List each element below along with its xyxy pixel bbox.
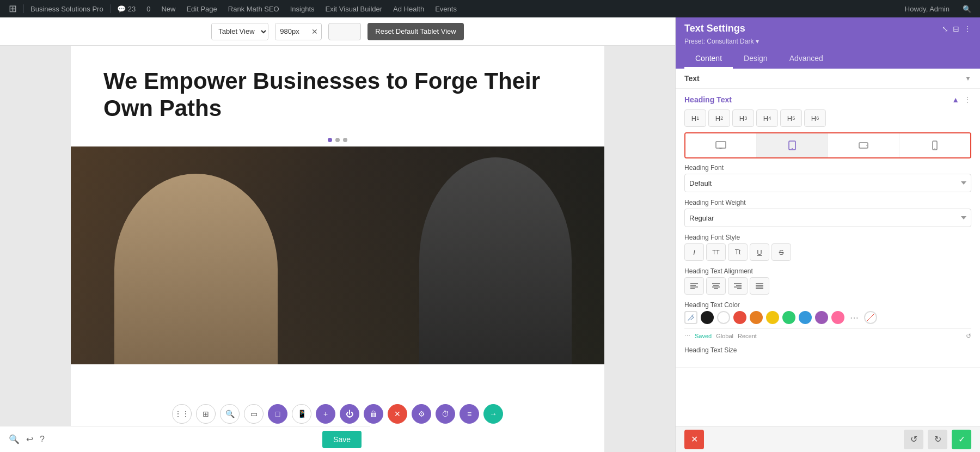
tab-advanced[interactable]: Advanced	[779, 50, 834, 69]
wordpress-logo[interactable]: ⊞	[4, 0, 21, 17]
tablet-icon[interactable]: □	[268, 404, 287, 424]
tab-content[interactable]: Content	[684, 50, 733, 69]
color-picker-icon[interactable]	[684, 311, 697, 324]
h2-button[interactable]: H2	[708, 109, 730, 127]
notifications[interactable]: 0	[142, 0, 155, 17]
save-button[interactable]: Save	[322, 431, 362, 448]
timer-icon[interactable]: ⏱	[436, 404, 455, 424]
power-icon[interactable]: ⏻	[340, 404, 359, 424]
panel-preset[interactable]: Preset: Consultant Dark ▾	[684, 38, 971, 45]
howdy-admin[interactable]: Howdy, Admin	[901, 5, 954, 13]
align-left-button[interactable]	[684, 277, 704, 295]
h5-button[interactable]: H5	[780, 109, 802, 127]
h1-button[interactable]: H1	[684, 109, 706, 127]
panel-title: Text Settings	[684, 23, 745, 34]
search-action-icon[interactable]: 🔍	[9, 434, 20, 444]
ad-health-button[interactable]: Ad Health	[389, 0, 428, 17]
panel-undo-button[interactable]: ↺	[904, 430, 923, 449]
panel-tabs: Content Design Advanced	[684, 50, 971, 69]
color-orange[interactable]	[750, 311, 763, 324]
new-button[interactable]: New	[157, 0, 180, 17]
more-colors-icon[interactable]: ⋯	[848, 311, 861, 324]
color-pink[interactable]	[831, 311, 844, 324]
align-center-button[interactable]	[706, 277, 726, 295]
px-input[interactable]	[275, 23, 308, 40]
h4-button[interactable]: H4	[756, 109, 778, 127]
desktop-device-btn[interactable]	[685, 133, 757, 157]
rank-math-seo[interactable]: Rank Math SEO	[224, 0, 284, 17]
mobile-icon[interactable]: 📱	[292, 404, 311, 424]
section-more-icon[interactable]: ⋮	[964, 95, 971, 104]
italic-button[interactable]: I	[684, 243, 704, 261]
reset-view-button[interactable]: Reset Default Tablet View	[367, 23, 463, 40]
panel-close-button[interactable]: ✕	[684, 430, 704, 449]
align-justify-button[interactable]	[750, 277, 769, 295]
add-element-icon[interactable]: +	[316, 404, 335, 424]
tab-design[interactable]: Design	[733, 50, 779, 69]
strikethrough-button[interactable]: S	[771, 243, 791, 261]
font-style-buttons: I TT Tt U S	[684, 243, 971, 261]
desktop-icon[interactable]: ▭	[244, 404, 264, 424]
grid-icon[interactable]: ⊞	[196, 404, 216, 424]
search-icon[interactable]: 🔍	[220, 404, 240, 424]
color-black[interactable]	[701, 311, 714, 324]
align-right-button[interactable]	[728, 277, 748, 295]
panel-more-icon[interactable]: ⋮	[964, 25, 971, 33]
edit-page-button[interactable]: Edit Page	[182, 0, 221, 17]
events-button[interactable]: Events	[431, 0, 461, 17]
text-section-collapse[interactable]: ▼	[965, 75, 971, 82]
color-white[interactable]	[717, 311, 730, 324]
view-select[interactable]: Tablet View	[212, 23, 268, 40]
sync-icon[interactable]: ↩	[26, 434, 33, 444]
h6-button[interactable]: H6	[804, 109, 826, 127]
dot-active[interactable]	[328, 138, 332, 142]
panel-expand-icon[interactable]: ⤡	[942, 25, 948, 33]
title-case-button[interactable]: Tt	[728, 243, 748, 261]
color-blue[interactable]	[799, 311, 812, 324]
panel-redo-button[interactable]: ↻	[928, 430, 947, 449]
close-icon[interactable]: ✕	[388, 404, 407, 424]
small-caps-button[interactable]: TT	[706, 243, 726, 261]
comments-count[interactable]: 💬 23	[113, 0, 140, 17]
settings-icon[interactable]: ⚙	[412, 404, 431, 424]
color-green[interactable]	[782, 311, 795, 324]
color-reset-icon[interactable]: ↺	[966, 332, 971, 340]
color-yellow[interactable]	[766, 311, 779, 324]
text-section-label: Text	[684, 74, 700, 83]
help-icon[interactable]: ?	[40, 435, 45, 444]
drag-handle-icon[interactable]: ⋮⋮	[172, 404, 192, 424]
heading-font-weight-select[interactable]: Regular	[684, 209, 971, 227]
exit-builder-button[interactable]: Exit Visual Builder	[321, 0, 387, 17]
navigate-icon[interactable]: →	[483, 404, 503, 424]
search-admin[interactable]: 🔍	[958, 5, 976, 13]
tablet-device-btn[interactable]	[757, 133, 828, 157]
panel-split-icon[interactable]: ⊟	[953, 25, 959, 33]
underline-button[interactable]: U	[750, 243, 769, 261]
hero-heading[interactable]: We Empower Businesses to Forge Their Own…	[71, 46, 604, 133]
trash-icon[interactable]: 🗑	[364, 404, 383, 424]
insights-button[interactable]: Insights	[286, 0, 319, 17]
dot-3[interactable]	[343, 138, 347, 142]
heading-font-select[interactable]: Default	[684, 174, 971, 192]
heading-text-color-group: Heading Text Color ⋯	[684, 301, 971, 340]
px-clear-button[interactable]: ✕	[308, 23, 321, 40]
site-name[interactable]: Business Solutions Pro	[26, 0, 108, 17]
color-row-labels: ⋯ Saved Global Recent ↺	[684, 328, 971, 340]
panel-title-row: Text Settings ⤡ ⊟ ⋮	[684, 23, 971, 34]
color-diagonal[interactable]	[864, 311, 877, 324]
section-header: Heading Text ▲ ⋮	[684, 95, 971, 104]
h3-button[interactable]: H3	[732, 109, 754, 127]
mobile-portrait-btn[interactable]	[899, 133, 970, 157]
svg-point-6	[866, 145, 867, 146]
mobile-landscape-btn[interactable]	[828, 133, 899, 157]
text-section-header[interactable]: Text ▼	[676, 69, 980, 89]
dot-2[interactable]	[335, 138, 340, 142]
heading-text-section: Heading Text ▲ ⋮ H1 H2 H3 H4 H5 H6	[676, 89, 980, 368]
color-purple[interactable]	[815, 311, 828, 324]
section-collapse-icon[interactable]: ▲	[952, 95, 959, 104]
panel-confirm-button[interactable]: ✓	[952, 430, 971, 449]
panel-header: Text Settings ⤡ ⊟ ⋮ Preset: Consultant D…	[676, 17, 980, 69]
heading-font-style-label: Heading Font Style	[684, 234, 971, 241]
color-red[interactable]	[733, 311, 746, 324]
reorder-icon[interactable]: ≡	[460, 404, 479, 424]
